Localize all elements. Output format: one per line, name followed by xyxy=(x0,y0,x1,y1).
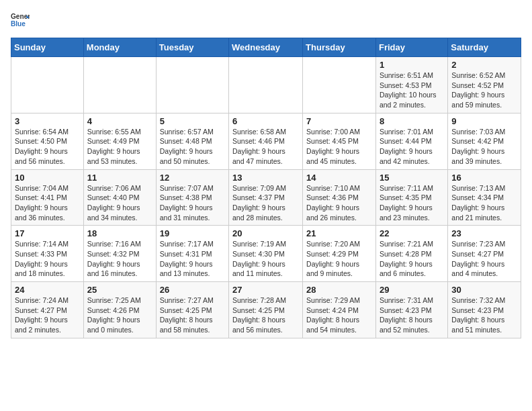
logo: General Blue xyxy=(11,11,30,30)
day-info: Sunrise: 7:09 AM Sunset: 4:37 PM Dayligh… xyxy=(232,183,299,223)
day-info: Sunrise: 7:03 AM Sunset: 4:42 PM Dayligh… xyxy=(451,127,517,167)
calendar-cell xyxy=(229,57,303,113)
day-info: Sunrise: 7:20 AM Sunset: 4:29 PM Dayligh… xyxy=(306,239,372,279)
weekday-header-wednesday: Wednesday xyxy=(229,38,303,57)
calendar-cell xyxy=(83,57,156,113)
calendar-cell: 18Sunrise: 7:16 AM Sunset: 4:32 PM Dayli… xyxy=(83,226,156,282)
page-container: General Blue SundayMondayTuesdayWednesda… xyxy=(0,0,532,344)
day-number: 16 xyxy=(451,173,517,183)
calendar-cell xyxy=(303,57,376,113)
day-number: 18 xyxy=(87,228,152,238)
day-number: 7 xyxy=(306,116,372,126)
day-number: 28 xyxy=(306,285,372,295)
calendar-cell xyxy=(156,57,228,113)
day-number: 19 xyxy=(160,228,225,238)
day-number: 17 xyxy=(15,228,80,238)
day-number: 3 xyxy=(15,116,80,126)
weekday-header-sunday: Sunday xyxy=(11,38,84,57)
weekday-header-monday: Monday xyxy=(83,38,156,57)
calendar-cell: 17Sunrise: 7:14 AM Sunset: 4:33 PM Dayli… xyxy=(11,226,84,282)
calendar-cell: 10Sunrise: 7:04 AM Sunset: 4:41 PM Dayli… xyxy=(11,169,84,226)
calendar-cell: 29Sunrise: 7:31 AM Sunset: 4:23 PM Dayli… xyxy=(375,282,447,338)
calendar-cell: 24Sunrise: 7:24 AM Sunset: 4:27 PM Dayli… xyxy=(11,282,84,338)
weekday-header-row: SundayMondayTuesdayWednesdayThursdayFrid… xyxy=(11,38,521,57)
day-info: Sunrise: 6:54 AM Sunset: 4:50 PM Dayligh… xyxy=(15,127,80,167)
day-number: 9 xyxy=(451,116,517,126)
calendar-cell: 12Sunrise: 7:07 AM Sunset: 4:38 PM Dayli… xyxy=(156,169,228,226)
day-info: Sunrise: 7:07 AM Sunset: 4:38 PM Dayligh… xyxy=(160,183,225,223)
calendar-cell: 1Sunrise: 6:51 AM Sunset: 4:53 PM Daylig… xyxy=(375,57,447,113)
day-info: Sunrise: 7:28 AM Sunset: 4:25 PM Dayligh… xyxy=(232,295,299,335)
day-number: 4 xyxy=(87,116,152,126)
calendar-cell: 16Sunrise: 7:13 AM Sunset: 4:34 PM Dayli… xyxy=(448,169,521,226)
day-number: 20 xyxy=(232,228,299,238)
day-info: Sunrise: 7:24 AM Sunset: 4:27 PM Dayligh… xyxy=(15,295,80,335)
day-number: 21 xyxy=(306,228,372,238)
day-info: Sunrise: 7:27 AM Sunset: 4:25 PM Dayligh… xyxy=(160,295,225,335)
day-number: 29 xyxy=(380,285,444,295)
week-row-4: 17Sunrise: 7:14 AM Sunset: 4:33 PM Dayli… xyxy=(11,226,521,282)
header: General Blue xyxy=(11,11,521,30)
week-row-1: 1Sunrise: 6:51 AM Sunset: 4:53 PM Daylig… xyxy=(11,57,521,113)
day-info: Sunrise: 7:29 AM Sunset: 4:24 PM Dayligh… xyxy=(306,295,372,335)
day-info: Sunrise: 7:13 AM Sunset: 4:34 PM Dayligh… xyxy=(451,183,517,223)
calendar-cell xyxy=(11,57,84,113)
weekday-header-tuesday: Tuesday xyxy=(156,38,228,57)
week-row-2: 3Sunrise: 6:54 AM Sunset: 4:50 PM Daylig… xyxy=(11,113,521,169)
day-info: Sunrise: 6:52 AM Sunset: 4:52 PM Dayligh… xyxy=(451,71,517,110)
day-number: 27 xyxy=(232,285,299,295)
calendar-cell: 19Sunrise: 7:17 AM Sunset: 4:31 PM Dayli… xyxy=(156,226,228,282)
calendar-cell: 26Sunrise: 7:27 AM Sunset: 4:25 PM Dayli… xyxy=(156,282,228,338)
day-number: 12 xyxy=(160,173,225,183)
calendar-cell: 14Sunrise: 7:10 AM Sunset: 4:36 PM Dayli… xyxy=(303,169,376,226)
calendar-cell: 9Sunrise: 7:03 AM Sunset: 4:42 PM Daylig… xyxy=(448,113,521,169)
day-number: 25 xyxy=(87,285,152,295)
weekday-header-thursday: Thursday xyxy=(303,38,376,57)
day-number: 1 xyxy=(380,60,444,70)
day-info: Sunrise: 6:51 AM Sunset: 4:53 PM Dayligh… xyxy=(380,71,444,110)
day-info: Sunrise: 7:32 AM Sunset: 4:23 PM Dayligh… xyxy=(451,295,517,335)
day-info: Sunrise: 7:19 AM Sunset: 4:30 PM Dayligh… xyxy=(232,239,299,279)
day-number: 22 xyxy=(380,228,444,238)
calendar-cell: 27Sunrise: 7:28 AM Sunset: 4:25 PM Dayli… xyxy=(229,282,303,338)
day-info: Sunrise: 7:01 AM Sunset: 4:44 PM Dayligh… xyxy=(380,127,444,167)
calendar-cell: 13Sunrise: 7:09 AM Sunset: 4:37 PM Dayli… xyxy=(229,169,303,226)
day-number: 30 xyxy=(451,285,517,295)
calendar-cell: 22Sunrise: 7:21 AM Sunset: 4:28 PM Dayli… xyxy=(375,226,447,282)
calendar-cell: 8Sunrise: 7:01 AM Sunset: 4:44 PM Daylig… xyxy=(375,113,447,169)
calendar-cell: 5Sunrise: 6:57 AM Sunset: 4:48 PM Daylig… xyxy=(156,113,228,169)
day-info: Sunrise: 7:14 AM Sunset: 4:33 PM Dayligh… xyxy=(15,239,80,279)
calendar-cell: 3Sunrise: 6:54 AM Sunset: 4:50 PM Daylig… xyxy=(11,113,84,169)
day-number: 10 xyxy=(15,173,80,183)
day-number: 8 xyxy=(380,116,444,126)
weekday-header-friday: Friday xyxy=(375,38,447,57)
calendar-cell: 2Sunrise: 6:52 AM Sunset: 4:52 PM Daylig… xyxy=(448,57,521,113)
calendar-cell: 23Sunrise: 7:23 AM Sunset: 4:27 PM Dayli… xyxy=(448,226,521,282)
week-row-3: 10Sunrise: 7:04 AM Sunset: 4:41 PM Dayli… xyxy=(11,169,521,226)
week-row-5: 24Sunrise: 7:24 AM Sunset: 4:27 PM Dayli… xyxy=(11,282,521,338)
day-info: Sunrise: 6:57 AM Sunset: 4:48 PM Dayligh… xyxy=(160,127,225,167)
calendar-cell: 28Sunrise: 7:29 AM Sunset: 4:24 PM Dayli… xyxy=(303,282,376,338)
svg-text:Blue: Blue xyxy=(11,20,26,28)
calendar-cell: 30Sunrise: 7:32 AM Sunset: 4:23 PM Dayli… xyxy=(448,282,521,338)
logo-icon: General Blue xyxy=(11,11,30,30)
day-info: Sunrise: 7:10 AM Sunset: 4:36 PM Dayligh… xyxy=(306,183,372,223)
day-number: 6 xyxy=(232,116,299,126)
day-info: Sunrise: 7:11 AM Sunset: 4:35 PM Dayligh… xyxy=(380,183,444,223)
day-info: Sunrise: 7:04 AM Sunset: 4:41 PM Dayligh… xyxy=(15,183,80,223)
calendar-table: SundayMondayTuesdayWednesdayThursdayFrid… xyxy=(11,38,521,338)
day-info: Sunrise: 7:25 AM Sunset: 4:26 PM Dayligh… xyxy=(87,295,152,335)
calendar-cell: 15Sunrise: 7:11 AM Sunset: 4:35 PM Dayli… xyxy=(375,169,447,226)
calendar-cell: 7Sunrise: 7:00 AM Sunset: 4:45 PM Daylig… xyxy=(303,113,376,169)
day-number: 15 xyxy=(380,173,444,183)
day-number: 5 xyxy=(160,116,225,126)
day-info: Sunrise: 7:16 AM Sunset: 4:32 PM Dayligh… xyxy=(87,239,152,279)
day-number: 14 xyxy=(306,173,372,183)
day-number: 26 xyxy=(160,285,225,295)
day-info: Sunrise: 6:55 AM Sunset: 4:49 PM Dayligh… xyxy=(87,127,152,167)
day-number: 2 xyxy=(451,60,517,70)
day-info: Sunrise: 6:58 AM Sunset: 4:46 PM Dayligh… xyxy=(232,127,299,167)
calendar-cell: 11Sunrise: 7:06 AM Sunset: 4:40 PM Dayli… xyxy=(83,169,156,226)
calendar-cell: 6Sunrise: 6:58 AM Sunset: 4:46 PM Daylig… xyxy=(229,113,303,169)
day-info: Sunrise: 7:21 AM Sunset: 4:28 PM Dayligh… xyxy=(380,239,444,279)
